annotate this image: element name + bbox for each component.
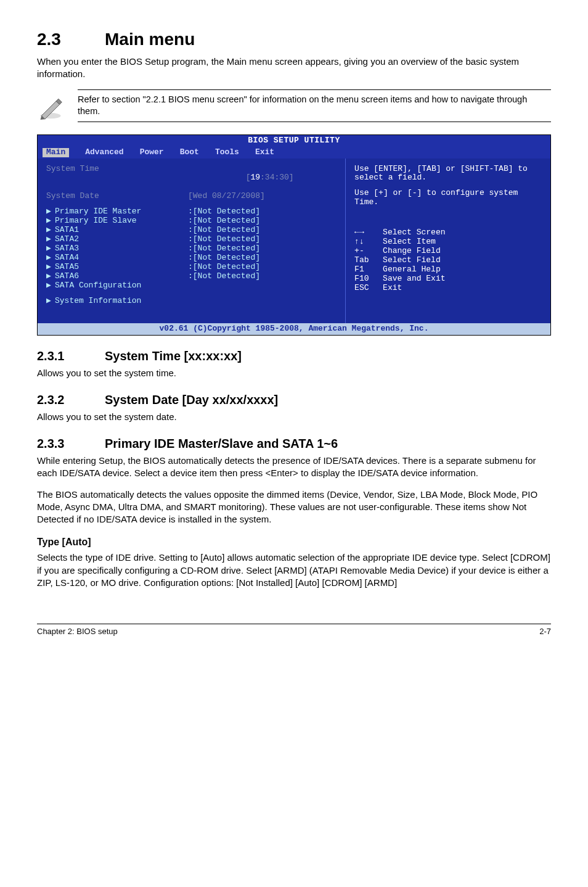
- bios-item-row: ▶SATA1:[Not Detected]: [46, 226, 337, 235]
- bios-key: ←→: [354, 228, 383, 237]
- triangle-icon: ▶: [46, 244, 55, 254]
- bios-key-desc: General Help: [383, 265, 441, 274]
- system-date-label: System Date: [46, 192, 188, 201]
- bios-tab: Exit: [255, 148, 274, 157]
- bios-item-row: ▶SATA4:[Not Detected]: [46, 254, 337, 263]
- subsection-body-1: While entering Setup, the BIOS automatic…: [37, 455, 551, 480]
- bios-item-value: :[Not Detected]: [188, 254, 260, 263]
- bios-item-value: :[Not Detected]: [188, 244, 260, 254]
- subsection-title: Primary IDE Master/Slave and SATA 1~6: [105, 437, 338, 450]
- bios-key-desc: Exit: [383, 283, 402, 292]
- bios-key-desc: Change Field: [383, 246, 441, 255]
- bios-key-row: ESCExit: [354, 284, 542, 293]
- bios-item-row: ▶SATA Configuration: [46, 281, 337, 291]
- subsection-body: Allows you to set the system date.: [37, 411, 551, 423]
- bios-item-value: :[Not Detected]: [188, 263, 260, 272]
- subsection-heading: 2.3.1System Time [xx:xx:xx]: [37, 349, 551, 363]
- bios-menubar: Main Advanced Power Boot Tools Exit: [38, 147, 550, 159]
- bios-item-label: SATA6: [55, 272, 188, 281]
- bios-item-row: ▶Primary IDE Master:[Not Detected]: [46, 207, 337, 217]
- bios-tab: Boot: [180, 148, 199, 157]
- bios-item-value: :[Not Detected]: [188, 235, 260, 244]
- bios-key: +-: [354, 247, 383, 256]
- subsection-number: 2.3.3: [37, 437, 105, 451]
- footer-left: Chapter 2: BIOS setup: [37, 627, 118, 636]
- section-heading: 2.3Main menu: [37, 30, 551, 49]
- page-footer: Chapter 2: BIOS setup 2-7: [37, 627, 551, 636]
- bios-tab-main: Main: [43, 148, 69, 157]
- triangle-icon: ▶: [46, 226, 55, 235]
- bios-key: ↑↓: [354, 237, 383, 247]
- note-block: Refer to section "2.2.1 BIOS menu screen…: [37, 89, 551, 122]
- bios-item-row: ▶SATA5:[Not Detected]: [46, 263, 337, 272]
- bios-key-desc: Select Screen: [383, 228, 445, 237]
- bios-item-value: :[Not Detected]: [188, 207, 260, 217]
- bios-item-sysinfo: System Information: [55, 297, 141, 306]
- bios-tab: Advanced: [85, 148, 123, 157]
- system-time-rest: :34:30]: [260, 173, 294, 182]
- bios-item-label: Primary IDE Slave: [55, 217, 188, 226]
- subsection-title: System Time [xx:xx:xx]: [105, 349, 242, 363]
- system-time-hh: 19: [250, 173, 260, 182]
- section-intro: When you enter the BIOS Setup program, t…: [37, 56, 551, 81]
- triangle-icon: ▶: [46, 263, 55, 272]
- bios-tab: Tools: [215, 148, 239, 157]
- bios-help-1: Use [ENTER], [TAB] or [SHIFT-TAB] to sel…: [354, 165, 542, 183]
- subsection-body: Allows you to set the system time.: [37, 367, 551, 379]
- bios-item-label: SATA1: [55, 226, 188, 235]
- triangle-icon: ▶: [46, 207, 55, 217]
- bios-item-row: ▶SATA6:[Not Detected]: [46, 272, 337, 281]
- subsection-number: 2.3.1: [37, 349, 105, 363]
- triangle-icon: ▶: [46, 297, 55, 306]
- bios-tab: Power: [140, 148, 164, 157]
- bios-title: BIOS SETUP UTILITY: [38, 135, 550, 147]
- bios-key-row: TabSelect Field: [354, 256, 542, 265]
- system-date-value: [Wed 08/27/2008]: [188, 192, 265, 201]
- bios-item-row: ▶Primary IDE Slave:[Not Detected]: [46, 217, 337, 226]
- subsection-heading: 2.3.2System Date [Day xx/xx/xxxx]: [37, 393, 551, 407]
- triangle-icon: ▶: [46, 272, 55, 281]
- triangle-icon: ▶: [46, 235, 55, 244]
- bios-key: F10: [354, 274, 383, 284]
- triangle-icon: ▶: [46, 254, 55, 263]
- bios-item-row: ▶SATA2:[Not Detected]: [46, 235, 337, 244]
- section-number: 2.3: [37, 30, 105, 49]
- bios-left-pane: System Time [19:34:30] System Date [Wed …: [38, 159, 346, 323]
- type-body: Selects the type of IDE drive. Setting t…: [37, 551, 551, 589]
- bios-key: Tab: [354, 256, 383, 265]
- bios-key-desc: Save and Exit: [383, 274, 445, 283]
- bios-item-label: SATA Configuration: [55, 281, 188, 291]
- bios-item-label: Primary IDE Master: [55, 207, 188, 217]
- subsection-number: 2.3.2: [37, 393, 105, 407]
- footer-right: 2-7: [539, 627, 551, 636]
- bios-item-label: SATA3: [55, 244, 188, 254]
- bios-item-label: SATA2: [55, 235, 188, 244]
- bios-key-row: F10Save and Exit: [354, 274, 542, 284]
- bios-item-value: :[Not Detected]: [188, 272, 260, 281]
- subsection-body-2: The BIOS automatically detects the value…: [37, 489, 551, 526]
- bios-item-value: :[Not Detected]: [188, 217, 260, 226]
- bios-help-2: Use [+] or [-] to configure system Time.: [354, 189, 542, 207]
- bios-key-row: ↑↓Select Item: [354, 237, 542, 247]
- bios-key-desc: Select Field: [383, 255, 441, 265]
- pencil-icon: [37, 89, 67, 120]
- triangle-icon: ▶: [46, 217, 55, 226]
- bios-item-value: :[Not Detected]: [188, 226, 260, 235]
- bios-item-row: ▶SATA3:[Not Detected]: [46, 244, 337, 254]
- triangle-icon: ▶: [46, 281, 55, 291]
- bios-right-pane: Use [ENTER], [TAB] or [SHIFT-TAB] to sel…: [346, 159, 550, 323]
- bios-footer: v02.61 (C)Copyright 1985-2008, American …: [38, 323, 550, 335]
- subsection-title: System Date [Day xx/xx/xxxx]: [105, 393, 278, 406]
- bios-key-row: +-Change Field: [354, 247, 542, 256]
- subsection-heading: 2.3.3Primary IDE Master/Slave and SATA 1…: [37, 437, 551, 451]
- note-text: Refer to section "2.2.1 BIOS menu screen…: [78, 94, 551, 118]
- bios-screenshot: BIOS SETUP UTILITY Main Advanced Power B…: [37, 134, 551, 336]
- system-time-label: System Time: [46, 165, 188, 192]
- bios-key-row: F1General Help: [354, 265, 542, 274]
- bios-item-label: SATA4: [55, 254, 188, 263]
- section-title: Main menu: [105, 30, 195, 49]
- bios-key-row: ←→Select Screen: [354, 228, 542, 237]
- bios-item-label: SATA5: [55, 263, 188, 272]
- bios-key: F1: [354, 265, 383, 274]
- bios-key: ESC: [354, 284, 383, 293]
